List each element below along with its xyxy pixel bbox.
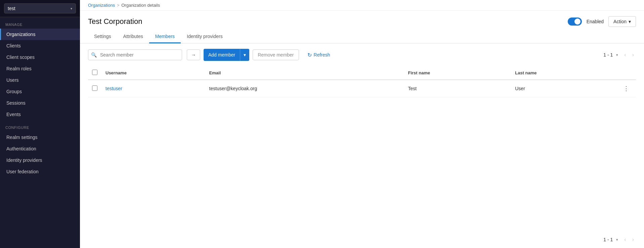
- remove-member-label: Remove member: [258, 52, 294, 58]
- row-checkbox-cell: [88, 80, 101, 97]
- members-table: Username Email First name Last name: [88, 66, 636, 97]
- page-info-bottom: 1 - 1 ▾: [603, 236, 620, 243]
- page-info-top: 1 - 1 ▾: [603, 51, 620, 59]
- sidebar-item-user-federation[interactable]: User federation: [0, 166, 80, 177]
- col-last-name: Last name: [511, 66, 616, 80]
- row-kebab-button[interactable]: ⋮: [620, 83, 632, 94]
- sidebar-item-label: Client scopes: [6, 55, 35, 60]
- manage-section-label: Manage: [0, 17, 80, 29]
- row-kebab-cell: ⋮: [616, 80, 636, 97]
- table-header-row: Username Email First name Last name: [88, 66, 636, 80]
- enabled-label: Enabled: [587, 19, 604, 24]
- sidebar-item-client-scopes[interactable]: Client scopes: [0, 51, 80, 63]
- col-first-name: First name: [404, 66, 511, 80]
- remove-member-button[interactable]: Remove member: [253, 49, 299, 60]
- prev-page-button-bottom[interactable]: ‹: [622, 235, 628, 244]
- table-container: Username Email First name Last name: [80, 66, 644, 231]
- action-button-label: Action: [613, 19, 627, 24]
- sidebar-item-authentication[interactable]: Authentication: [0, 143, 80, 154]
- prev-page-button-top[interactable]: ‹: [622, 50, 628, 59]
- add-member-label: Add member: [204, 49, 240, 60]
- sidebar-item-label: Users: [6, 77, 19, 83]
- search-submit-button[interactable]: →: [187, 49, 200, 60]
- realm-name: test: [8, 6, 15, 11]
- next-page-button-bottom[interactable]: ›: [630, 235, 636, 244]
- sidebar-item-label: Events: [6, 112, 21, 117]
- username-link[interactable]: testuser: [105, 86, 122, 91]
- search-input[interactable]: [99, 50, 179, 60]
- refresh-icon: ↻: [307, 52, 312, 58]
- sidebar-item-label: Realm settings: [6, 135, 38, 140]
- sidebar-item-label: Sessions: [6, 100, 26, 106]
- arrow-icon: →: [191, 52, 196, 58]
- row-email: testuser@keycloak.org: [205, 80, 404, 97]
- enabled-toggle[interactable]: [568, 17, 582, 26]
- sidebar-item-organizations[interactable]: Organizations: [0, 29, 80, 40]
- sidebar-item-label: Authentication: [6, 146, 36, 151]
- action-chevron-icon: ▾: [629, 19, 631, 24]
- breadcrumb: Organizations > Organization details: [80, 0, 644, 11]
- page-title: Test Corporation: [88, 17, 142, 26]
- sidebar-item-label: User federation: [6, 169, 39, 174]
- page-count-top: 1 - 1: [603, 52, 613, 58]
- sidebar-item-label: Clients: [6, 43, 21, 48]
- sidebar-item-sessions[interactable]: Sessions: [0, 97, 80, 109]
- page-header: Test Corporation Enabled Action ▾: [80, 11, 644, 30]
- tab-members[interactable]: Members: [149, 30, 181, 43]
- main-content: Organizations > Organization details Tes…: [80, 0, 644, 248]
- search-wrapper: 🔍: [88, 49, 182, 60]
- breadcrumb-parent-link[interactable]: Organizations: [88, 3, 115, 8]
- sidebar-item-label: Realm roles: [6, 66, 32, 71]
- breadcrumb-separator: >: [117, 3, 119, 8]
- sidebar-item-identity-providers[interactable]: Identity providers: [0, 154, 80, 166]
- add-member-dropdown-icon: ▾: [240, 49, 249, 60]
- select-all-checkbox[interactable]: [92, 70, 97, 75]
- col-username: Username: [101, 66, 205, 80]
- refresh-button[interactable]: ↻ Refresh: [302, 49, 335, 61]
- select-all-header: [88, 66, 101, 80]
- breadcrumb-current: Organization details: [121, 3, 160, 8]
- sidebar-item-groups[interactable]: Groups: [0, 86, 80, 97]
- toolbar: 🔍 → Add member ▾ Remove member ↻ Refresh…: [80, 43, 644, 66]
- tab-attributes[interactable]: Attributes: [117, 30, 149, 43]
- col-actions: [616, 66, 636, 80]
- pagination-top: 1 - 1 ▾ ‹ ›: [603, 50, 636, 59]
- row-username: testuser: [101, 80, 205, 97]
- sidebar-item-realm-roles[interactable]: Realm roles: [0, 63, 80, 74]
- header-actions: Enabled Action ▾: [568, 16, 636, 27]
- tab-settings-label: Settings: [94, 34, 111, 39]
- tab-identity-providers-label: Identity providers: [187, 34, 223, 39]
- add-member-button[interactable]: Add member ▾: [204, 49, 249, 61]
- row-first-name: Test: [404, 80, 511, 97]
- tabs: Settings Attributes Members Identity pro…: [80, 30, 644, 43]
- action-button[interactable]: Action ▾: [608, 16, 636, 27]
- tab-settings[interactable]: Settings: [88, 30, 117, 43]
- row-checkbox[interactable]: [92, 85, 97, 91]
- search-icon: 🔍: [91, 52, 97, 58]
- table-row: testuser testuser@keycloak.org Test User…: [88, 80, 636, 97]
- sidebar-item-realm-settings[interactable]: Realm settings: [0, 132, 80, 143]
- sidebar-item-users[interactable]: Users: [0, 74, 80, 86]
- sidebar-item-label: Identity providers: [6, 157, 42, 163]
- sidebar-item-label: Groups: [6, 89, 22, 94]
- tab-attributes-label: Attributes: [123, 34, 143, 39]
- page-count-bottom: 1 - 1: [603, 237, 613, 242]
- next-page-button-top[interactable]: ›: [630, 50, 636, 59]
- tab-members-label: Members: [155, 34, 175, 39]
- sidebar: test ▾ Manage Organizations Clients Clie…: [0, 0, 80, 248]
- pagination-bottom: 1 - 1 ▾ ‹ ›: [80, 231, 644, 248]
- row-last-name: User: [511, 80, 616, 97]
- col-email: Email: [205, 66, 404, 80]
- tab-identity-providers[interactable]: Identity providers: [181, 30, 229, 43]
- realm-chevron-icon: ▾: [71, 7, 72, 10]
- sidebar-item-events[interactable]: Events: [0, 109, 80, 120]
- realm-selector[interactable]: test ▾: [4, 3, 76, 13]
- refresh-label: Refresh: [314, 52, 330, 58]
- sidebar-item-clients[interactable]: Clients: [0, 40, 80, 51]
- sidebar-item-label: Organizations: [6, 32, 35, 37]
- pagination-dropdown-top[interactable]: ▾: [614, 51, 620, 59]
- sidebar-header: test ▾: [0, 0, 80, 17]
- configure-section-label: Configure: [0, 120, 80, 132]
- pagination-dropdown-bottom[interactable]: ▾: [614, 236, 620, 243]
